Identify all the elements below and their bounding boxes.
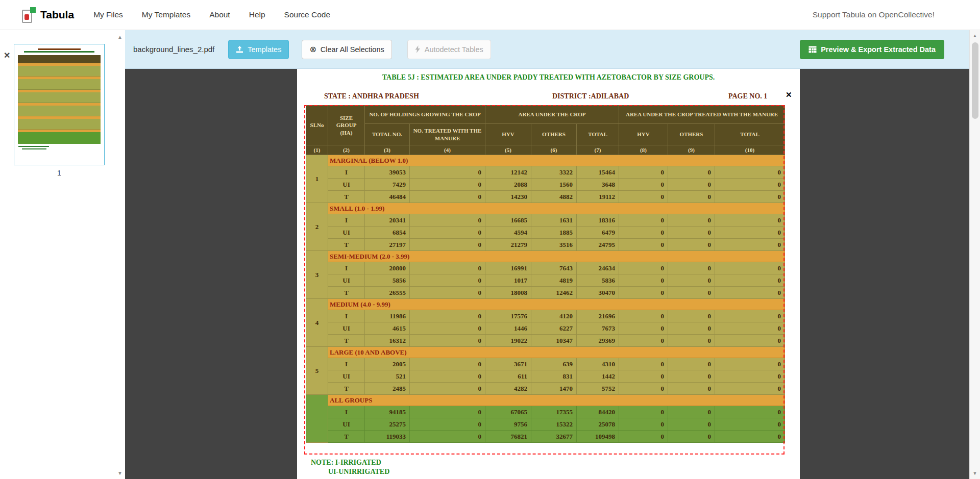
main-area: background_lines_2.pdf Templates ⊗ Clear…: [125, 30, 980, 479]
scrollbar-down-icon[interactable]: ▼: [970, 471, 980, 476]
page-thumbnail[interactable]: [14, 44, 105, 165]
logo-green-square: [30, 7, 36, 13]
brand-link[interactable]: Tabula: [22, 7, 74, 23]
sidebar-scroll-up-icon[interactable]: ▲: [117, 34, 122, 40]
clear-selections-button[interactable]: ⊗ Clear All Selections: [302, 40, 391, 59]
clear-selections-label: Clear All Selections: [321, 45, 384, 54]
autodetect-label: Autodetect Tables: [425, 45, 483, 54]
window-scrollbar[interactable]: ▲ ▼: [969, 30, 980, 479]
logo-pdf-mark: [24, 14, 29, 20]
nav-link-help[interactable]: Help: [249, 10, 265, 19]
thumb-subtitle-line: [24, 51, 94, 53]
note-line-2: UI-UNIRRIGATED: [328, 468, 389, 476]
thumb-title-line: [38, 48, 81, 50]
thumb-note-line: [18, 146, 49, 147]
note-line-1: NOTE: I-IRRIGATED: [311, 459, 389, 467]
thumb-note-line-2: [22, 148, 46, 149]
templates-label: Templates: [248, 45, 281, 54]
scrollbar-thumb[interactable]: [972, 42, 978, 119]
thumb-table-preview: [18, 55, 101, 144]
sidebar: ✕ 1 ▲ ▼: [0, 30, 125, 479]
district-label: DISTRICT :ADILABAD: [552, 92, 629, 100]
toolbar: background_lines_2.pdf Templates ⊗ Clear…: [125, 30, 980, 69]
close-icon[interactable]: ✕: [4, 51, 10, 60]
document-title: TABLE 5J : ESTIMATED AREA UNDER PADDY TR…: [297, 73, 800, 82]
autodetect-tables-button[interactable]: Autodetect Tables: [407, 40, 491, 59]
page-no-label: PAGE NO. 1: [728, 92, 767, 100]
selection-close-icon[interactable]: ✕: [786, 90, 792, 99]
document-meta: STATE : ANDHRA PRADESH DISTRICT :ADILABA…: [297, 92, 800, 103]
export-button[interactable]: Preview & Export Extracted Data: [800, 40, 944, 59]
nav-link-my-templates[interactable]: My Templates: [142, 10, 190, 19]
lightning-icon: [415, 45, 421, 53]
navbar: Tabula My Files My Templates About Help …: [0, 0, 980, 30]
templates-button[interactable]: Templates: [228, 40, 289, 59]
nav-link-about[interactable]: About: [209, 10, 230, 19]
sidebar-scroll-down-icon[interactable]: ▼: [117, 470, 122, 476]
selection-box[interactable]: [304, 105, 785, 455]
thumbnail-page-number: 1: [14, 169, 105, 177]
app: { "navbar": { "brand": "Tabula", "links"…: [0, 0, 980, 479]
document-note: NOTE: I-IRRIGATED UI-UNIRRIGATED: [311, 459, 389, 476]
pdf-viewer: TABLE 5J : ESTIMATED AREA UNDER PADDY TR…: [125, 69, 980, 479]
brand-text: Tabula: [40, 9, 74, 21]
nav-link-source-code[interactable]: Source Code: [284, 10, 330, 19]
export-label: Preview & Export Extracted Data: [821, 45, 936, 54]
state-label: STATE : ANDHRA PRADESH: [324, 92, 419, 100]
scrollbar-up-icon[interactable]: ▲: [970, 33, 980, 38]
support-link[interactable]: Support Tabula on OpenCollective!: [813, 10, 935, 19]
nav-links: My Files My Templates About Help Source …: [93, 10, 330, 19]
tabula-logo-icon: [22, 7, 36, 23]
clear-circle-icon: ⊗: [309, 45, 316, 54]
nav-link-my-files[interactable]: My Files: [93, 10, 123, 19]
filename: background_lines_2.pdf: [133, 45, 214, 54]
upload-icon: [236, 46, 243, 53]
table-icon: [808, 46, 817, 53]
